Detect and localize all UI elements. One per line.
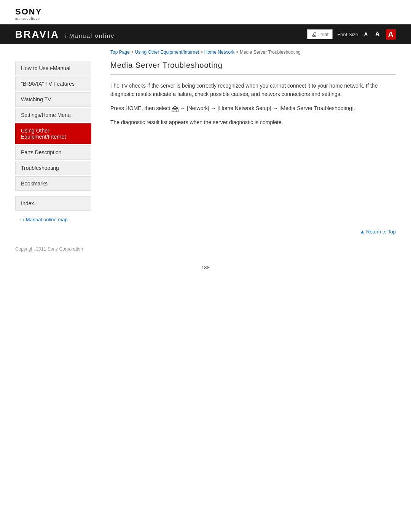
font-medium-button[interactable]: A bbox=[374, 30, 381, 38]
svg-rect-2 bbox=[174, 110, 176, 112]
page-title: Media Server Troubleshooting bbox=[110, 61, 396, 75]
breadcrumb-top-page[interactable]: Top Page bbox=[110, 50, 130, 55]
svg-rect-4 bbox=[177, 107, 177, 109]
print-button[interactable]: 🖨 Print bbox=[307, 29, 333, 39]
return-to-top-link[interactable]: Return to Top bbox=[360, 229, 396, 235]
sidebar-item-using-other[interactable]: Using Other Equipment/Internet bbox=[15, 123, 91, 144]
sidebar-item-troubleshooting[interactable]: Troubleshooting bbox=[15, 161, 91, 175]
font-small-button[interactable]: A bbox=[363, 31, 369, 38]
content-body: The TV checks if the server is being cor… bbox=[110, 81, 396, 127]
sidebar-item-settings-home[interactable]: Settings/Home Menu bbox=[15, 108, 91, 122]
bravia-logo: BRAVIA bbox=[15, 29, 59, 40]
logo-area: SONY make.believe bbox=[0, 0, 411, 24]
content-paragraph-2: Press HOME, then select → [Network] → [H… bbox=[110, 104, 396, 113]
font-large-button[interactable]: A bbox=[386, 29, 396, 40]
breadcrumb: Top Page > Using Other Equipment/Interne… bbox=[0, 44, 411, 57]
sidebar-item-watching-tv[interactable]: Watching TV bbox=[15, 92, 91, 107]
top-bar-right: 🖨 Print Font Size A A A bbox=[307, 29, 396, 40]
page-number: 188 bbox=[0, 257, 411, 278]
sidebar-item-bravia-tv[interactable]: "BRAVIA" TV Features bbox=[15, 77, 91, 91]
breadcrumb-home-network[interactable]: Home Network bbox=[204, 50, 234, 55]
copyright-text: Copyright 2011 Sony Corporation bbox=[15, 246, 83, 252]
main-container: How to Use i-Manual "BRAVIA" TV Features… bbox=[0, 57, 411, 222]
breadcrumb-using-other[interactable]: Using Other Equipment/Internet bbox=[135, 50, 199, 55]
content-paragraph-2-mid: → [Network] → [Home Network Setup] → [Me… bbox=[178, 105, 355, 111]
imanual-text: i-Manual online bbox=[65, 32, 115, 39]
content-paragraph-3: The diagnostic result list appears when … bbox=[110, 118, 396, 126]
home-icon bbox=[172, 104, 178, 113]
sidebar-item-parts-desc[interactable]: Parts Description bbox=[15, 145, 91, 160]
print-icon: 🖨 bbox=[311, 31, 317, 37]
top-bar: BRAVIA i-Manual online 🖨 Print Font Size… bbox=[0, 24, 411, 44]
return-top-area: Return to Top bbox=[0, 222, 411, 241]
content-paragraph-1: The TV checks if the server is being cor… bbox=[110, 81, 396, 99]
font-size-label: Font Size bbox=[337, 32, 358, 37]
sidebar-item-how-to-use[interactable]: How to Use i-Manual bbox=[15, 61, 91, 75]
sidebar-item-bookmarks[interactable]: Bookmarks bbox=[15, 176, 91, 191]
content-paragraph-2-pre: Press HOME, then select bbox=[110, 105, 172, 111]
breadcrumb-current: Media Server Troubleshooting bbox=[240, 50, 301, 55]
content-area: Media Server Troubleshooting The TV chec… bbox=[99, 57, 396, 222]
sidebar: How to Use i-Manual "BRAVIA" TV Features… bbox=[15, 57, 99, 222]
sidebar-item-index[interactable]: Index bbox=[15, 196, 91, 211]
sony-tagline: make.believe bbox=[15, 17, 396, 21]
imanual-map-link[interactable]: i-Manual online map bbox=[15, 217, 91, 222]
bravia-title: BRAVIA i-Manual online bbox=[15, 29, 115, 40]
footer: Copyright 2011 Sony Corporation bbox=[0, 241, 411, 257]
print-label: Print bbox=[319, 32, 329, 37]
sony-logo: SONY bbox=[15, 7, 396, 17]
